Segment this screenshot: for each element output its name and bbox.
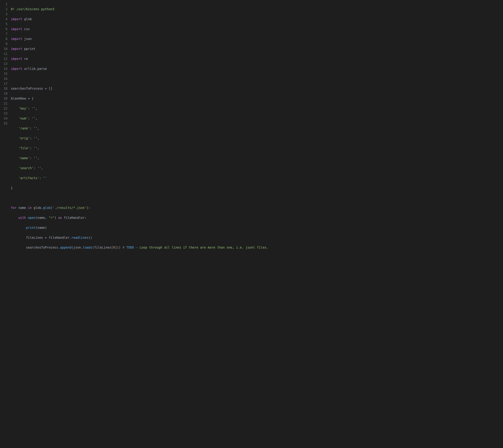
code-line[interactable]: import urllib.parse: [11, 66, 502, 71]
code-content[interactable]: #! /usr/bin/env python3 import glob impo…: [11, 2, 502, 260]
code-line[interactable]: searchesToProcess.append(json.loads(file…: [11, 245, 502, 250]
variable: fileLines: [94, 246, 111, 249]
code-line[interactable]: 'name': '',: [11, 156, 502, 161]
code-line[interactable]: 'rank': '',: [11, 126, 502, 131]
code-line[interactable]: blankRow = {: [11, 96, 502, 101]
arg-name: name: [37, 226, 45, 230]
code-line[interactable]: import glob: [11, 17, 502, 22]
code-editor[interactable]: 1 2 3 4 5 6 7 8 9 10 11 12 13 14 15 16 1…: [0, 0, 503, 263]
method-call: glob: [43, 206, 51, 210]
assignment: = []: [43, 87, 52, 90]
line-number: 23: [4, 111, 7, 116]
code-line[interactable]: [11, 195, 502, 200]
keyword-import: import: [11, 37, 22, 41]
object-ref: fileHandler: [49, 236, 70, 240]
code-line[interactable]: fileLines = fileHandler.readlines(): [11, 235, 502, 240]
code-line[interactable]: with open(name, "r") as fileHandler:: [11, 215, 502, 220]
dict-value: '': [37, 166, 41, 170]
dict-key: 'name': [18, 156, 30, 160]
module-name: glob: [24, 17, 32, 21]
keyword-import: import: [11, 57, 22, 61]
string-arg: './results/*.json': [52, 206, 87, 210]
line-number: 2: [4, 7, 7, 12]
line-number: 8: [4, 37, 7, 42]
dict-value: '': [33, 127, 37, 130]
code-line[interactable]: searchesToProcess = []: [11, 86, 502, 91]
comment-text: Loop through all lines if there are more…: [140, 246, 268, 249]
line-number: 19: [4, 91, 7, 96]
dict-value: '': [43, 176, 47, 180]
dict-key: 'orig': [18, 136, 30, 140]
module-name: csv: [24, 27, 30, 31]
dict-value: '': [33, 156, 37, 160]
keyword-in: in: [28, 206, 32, 210]
keyword-for: for: [11, 206, 16, 210]
line-number: 6: [4, 27, 7, 32]
keyword-import: import: [11, 27, 22, 31]
index-literal: 0: [113, 246, 115, 249]
line-number: 17: [4, 81, 7, 86]
variable: searchesToProcess: [11, 87, 43, 90]
dict-key: 'rank': [18, 127, 30, 130]
dict-value: '': [32, 117, 35, 120]
line-number: 4: [4, 17, 7, 22]
code-line[interactable]: }: [11, 186, 502, 191]
dict-key: 'num': [18, 117, 28, 120]
object-ref: searchesToProcess: [26, 246, 58, 249]
code-line[interactable]: 'search': '',: [11, 166, 502, 171]
module-ref: glob: [33, 206, 41, 210]
builtin-open: open: [28, 216, 35, 220]
code-line[interactable]: 'artifacts': '': [11, 176, 502, 181]
code-line[interactable]: 'orig': '',: [11, 136, 502, 141]
method-call: loads: [83, 246, 92, 249]
code-line[interactable]: [11, 76, 502, 81]
line-number: 5: [4, 22, 7, 27]
shebang-comment: #! /usr/bin/env python3: [11, 7, 54, 11]
todo-tag: TODO: [126, 246, 134, 249]
code-line[interactable]: 'key': '',: [11, 106, 502, 111]
line-number: 25: [4, 121, 7, 126]
line-number-gutter: 1 2 3 4 5 6 7 8 9 10 11 12 13 14 15 16 1…: [1, 2, 11, 260]
dict-key: 'file': [18, 146, 30, 150]
dict-value: '': [32, 107, 35, 110]
module-ref: json: [73, 246, 81, 249]
line-number: 9: [4, 42, 7, 47]
line-number: 22: [4, 106, 7, 111]
module-name: urllib: [24, 67, 35, 71]
code-line[interactable]: import csv: [11, 27, 502, 32]
assignment: = {: [26, 97, 34, 100]
keyword-import: import: [11, 67, 22, 71]
code-line[interactable]: import json: [11, 37, 502, 42]
dict-key: 'search': [18, 166, 34, 170]
code-line[interactable]: import pprint: [11, 47, 502, 51]
line-number: 10: [4, 47, 7, 51]
line-number: 20: [4, 96, 7, 101]
code-line[interactable]: 'file': '',: [11, 146, 502, 151]
builtin-print: print: [26, 226, 35, 230]
method-call: readlines: [71, 236, 88, 240]
code-line[interactable]: import re: [11, 56, 502, 62]
variable: blankRow: [11, 97, 26, 100]
line-number: 18: [4, 86, 7, 91]
line-number: 14: [4, 66, 7, 71]
line-number: 15: [4, 71, 7, 76]
code-line[interactable]: #! /usr/bin/env python3: [11, 7, 502, 12]
keyword-import: import: [11, 47, 22, 51]
dict-value: '': [33, 146, 37, 150]
line-number: 21: [4, 101, 7, 106]
comment-hash: #: [123, 246, 124, 249]
line-number: 24: [4, 116, 7, 121]
line-number: 7: [4, 32, 7, 37]
code-line[interactable]: print(name): [11, 225, 502, 230]
module-name: json: [24, 37, 32, 41]
code-line[interactable]: for name in glob.glob('./results/*.json'…: [11, 206, 502, 210]
keyword-with: with: [18, 216, 26, 220]
line-number: 12: [4, 56, 7, 62]
dict-key: 'key': [18, 107, 28, 110]
keyword-as: as: [58, 216, 62, 220]
line-number: 3: [4, 12, 7, 17]
module-name: pprint: [24, 47, 35, 51]
line-number: 13: [4, 62, 7, 66]
line-number: 11: [4, 51, 7, 56]
code-line[interactable]: 'num': '',: [11, 116, 502, 121]
